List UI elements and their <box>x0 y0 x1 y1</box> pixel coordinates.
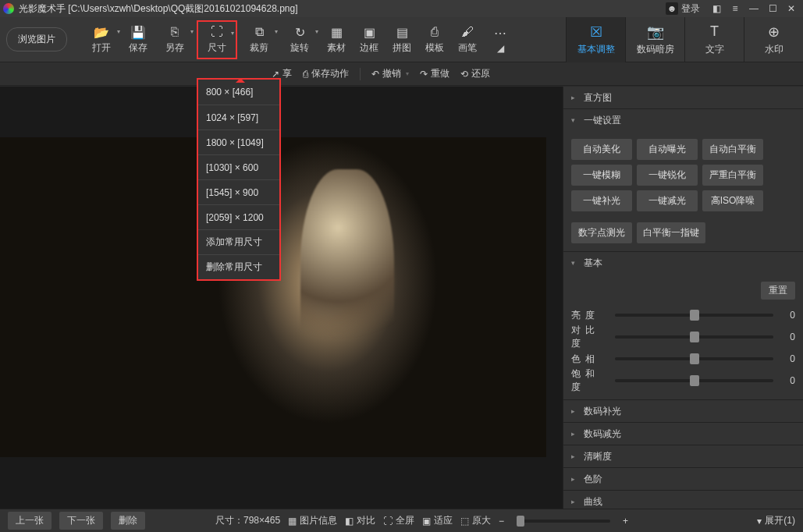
tool-template[interactable]: ⎙ 模板 <box>418 20 451 59</box>
brightness-slider[interactable] <box>615 314 773 317</box>
del-size-option[interactable]: 删除常用尺寸 <box>198 254 279 279</box>
maximize-button[interactable]: ☐ <box>764 2 781 16</box>
skin-button[interactable]: ◧ <box>708 2 725 16</box>
btn-reducelight[interactable]: 一键减光 <box>637 190 698 211</box>
reset-button[interactable]: 重置 <box>761 282 795 300</box>
login-label: 登录 <box>681 2 700 16</box>
btn-strong-wb[interactable]: 严重白平衡 <box>702 165 763 186</box>
add-size-option[interactable]: 添加常用尺寸 <box>198 229 279 254</box>
zoom-out-icon[interactable]: − <box>499 516 504 527</box>
btn-sharpen[interactable]: 一键锐化 <box>637 165 698 186</box>
tool-border[interactable]: ▣ 边框 <box>353 20 386 59</box>
size-option[interactable]: [2059] × 1200 <box>198 204 279 229</box>
fit-button[interactable]: ▣ 适应 <box>422 514 453 527</box>
border-icon: ▣ <box>361 24 377 40</box>
zoom-in-icon[interactable]: + <box>623 516 628 527</box>
image-info-button[interactable]: ▦ 图片信息 <box>288 514 337 527</box>
rotate-icon: ↻ <box>292 24 307 40</box>
slider-contrast: 对比度 0 <box>571 326 795 348</box>
title-bar: 光影魔术手 [C:\Users\xzwh\Desktop\QQ截图2016102… <box>0 0 803 17</box>
tool-more[interactable]: ⋯ ◢ <box>484 20 517 59</box>
undo-button[interactable]: ↶撤销 <box>371 67 401 80</box>
section-filllight[interactable]: ▸数码补光 <box>563 400 803 422</box>
section-oneclick[interactable]: ▾一键设置 <box>563 109 803 131</box>
btn-blur[interactable]: 一键模糊 <box>571 165 632 186</box>
slider-hue: 色相 0 <box>571 348 795 370</box>
tool-collage[interactable]: ▤ 拼图 <box>386 20 418 59</box>
save-icon: 💾 <box>130 24 146 40</box>
compare-button[interactable]: ◧ 对比 <box>345 514 375 527</box>
size-dropdown: 800 × [466] 1024 × [597] 1800 × [1049] [… <box>197 78 281 281</box>
size-option[interactable]: [1545] × 900 <box>198 179 279 204</box>
fullscreen-button[interactable]: ⛶ 全屏 <box>383 514 414 527</box>
section-histogram[interactable]: ▸直方图 <box>563 87 803 108</box>
btn-auto-beautify[interactable]: 自动美化 <box>571 139 632 160</box>
brush-icon: 🖌 <box>460 24 475 40</box>
size-option[interactable]: [1030] × 600 <box>198 154 279 179</box>
main-area: ▸直方图 ▾一键设置 自动美化 自动曝光 自动白平衡 一键模糊 一键锐化 严重白… <box>0 87 803 509</box>
app-logo-icon <box>3 3 14 14</box>
restore-button[interactable]: ⟲还原 <box>460 67 490 80</box>
contrast-slider[interactable] <box>615 335 773 339</box>
right-tabs: ☒ 基本调整 📷 数码暗房 T 文字 ⊕ 水印 <box>566 17 803 62</box>
template-icon: ⎙ <box>427 24 442 40</box>
resize-icon: ⛶ <box>209 24 225 40</box>
minimize-button[interactable]: — <box>745 2 762 16</box>
adjust-icon: ☒ <box>588 23 605 41</box>
status-bar: 上一张 下一张 删除 尺寸：798×465 ▦ 图片信息 ◧ 对比 ⛶ 全屏 ▣… <box>0 509 803 532</box>
section-basic[interactable]: ▾基本 <box>563 252 803 274</box>
dimensions-label: 尺寸：798×465 <box>215 514 280 527</box>
tab-basic-adjust[interactable]: ☒ 基本调整 <box>566 17 625 62</box>
more-icon: ⋯ <box>492 26 508 41</box>
btn-filllight[interactable]: 一键补光 <box>571 190 632 211</box>
size-option[interactable]: 1800 × [1049] <box>198 129 279 154</box>
oneclick-grid: 自动美化 自动曝光 自动白平衡 一键模糊 一键锐化 严重白平衡 一键补光 一键减… <box>571 139 795 211</box>
tab-watermark[interactable]: ⊕ 水印 <box>744 17 803 62</box>
watermark-icon: ⊕ <box>766 23 783 41</box>
close-button[interactable]: ✕ <box>783 2 800 16</box>
slider-brightness: 亮度 0 <box>571 304 795 326</box>
material-icon: ▦ <box>329 24 344 40</box>
next-image-button[interactable]: 下一张 <box>59 512 103 530</box>
section-levels[interactable]: ▸色阶 <box>563 468 803 490</box>
btn-wb-picker[interactable]: 白平衡一指键 <box>637 222 705 243</box>
section-clarity[interactable]: ▸清晰度 <box>563 445 803 467</box>
crop-icon: ⧉ <box>251 24 267 40</box>
delete-button[interactable]: 删除 <box>111 512 145 530</box>
right-panel: ▸直方图 ▾一键设置 自动美化 自动曝光 自动白平衡 一键模糊 一键锐化 严重白… <box>563 87 803 509</box>
btn-auto-exposure[interactable]: 自动曝光 <box>637 139 698 160</box>
btn-spot-meter[interactable]: 数字点测光 <box>571 222 632 243</box>
size-option[interactable]: 800 × [466] <box>198 80 279 105</box>
btn-iso-denoise[interactable]: 高ISO降噪 <box>702 190 763 211</box>
tool-crop[interactable]: ⧉ 裁剪▾ <box>239 20 279 59</box>
save-action-button[interactable]: ⎙保存动作 <box>303 67 349 80</box>
canvas[interactable] <box>0 87 563 509</box>
tool-open[interactable]: 📂 打开▾ <box>81 20 122 59</box>
tool-saveas[interactable]: ⎘ 另存▾ <box>155 20 195 59</box>
tab-text[interactable]: T 文字 <box>684 17 744 62</box>
section-curves[interactable]: ▸曲线 <box>563 491 803 509</box>
window-title: 光影魔术手 [C:\Users\xzwh\Desktop\QQ截图2016102… <box>19 2 298 16</box>
main-toolbar: 浏览图片 📂 打开▾ 💾 保存 ⎘ 另存▾ ⛶ 尺寸▾ ⧉ 裁剪▾ ↻ 旋转▾ … <box>0 17 803 62</box>
tool-save[interactable]: 💾 保存 <box>122 20 155 59</box>
orig-size-button[interactable]: ⬚ 原大 <box>460 514 491 527</box>
sub-toolbar: ↗享 ⎙保存动作 ↶撤销▾ ↷重做 ⟲还原 <box>0 62 803 86</box>
tool-material[interactable]: ▦ 素材 <box>320 20 353 59</box>
tab-darkroom[interactable]: 📷 数码暗房 <box>625 17 684 62</box>
redo-button[interactable]: ↷重做 <box>420 67 449 80</box>
tool-brush[interactable]: 🖌 画笔 <box>451 20 484 59</box>
settings-menu-button[interactable]: ≡ <box>727 2 744 16</box>
tool-rotate[interactable]: ↻ 旋转▾ <box>279 20 320 59</box>
browse-images-button[interactable]: 浏览图片 <box>6 27 67 51</box>
saturation-slider[interactable] <box>615 379 773 382</box>
login-button[interactable]: ☻ 登录 <box>666 2 700 16</box>
slider-saturation: 饱和度 0 <box>571 370 795 392</box>
expand-panel-button[interactable]: ▾ 展开(1) <box>757 514 795 527</box>
size-option[interactable]: 1024 × [597] <box>198 105 279 129</box>
prev-image-button[interactable]: 上一张 <box>8 512 52 530</box>
hue-slider[interactable] <box>615 357 773 360</box>
section-reducelight[interactable]: ▸数码减光 <box>563 423 803 445</box>
tool-size[interactable]: ⛶ 尺寸▾ <box>197 20 237 59</box>
zoom-slider[interactable] <box>517 520 610 523</box>
btn-auto-whitebalance[interactable]: 自动白平衡 <box>702 139 763 160</box>
